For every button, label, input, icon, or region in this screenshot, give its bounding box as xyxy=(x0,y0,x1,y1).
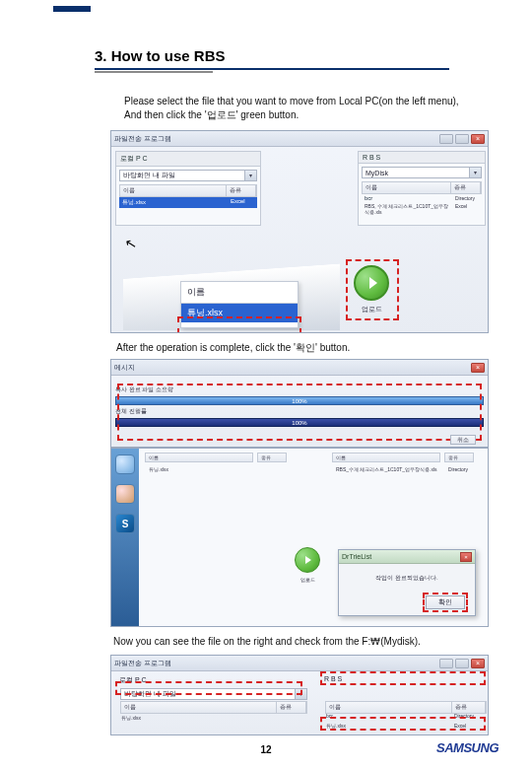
ss4-highlight-right-2 xyxy=(320,717,486,731)
ss1-left-panel-label: 로컬 P C xyxy=(116,152,260,167)
screenshot-4: 파일전송 프로그램 × 로컬 P C 바탕화면 내 파일 ▾ 이름 종류 튜닝.… xyxy=(110,655,489,735)
minimize-button[interactable] xyxy=(439,659,453,668)
zoom-selected-row[interactable]: 튜닝.xlsx xyxy=(181,304,298,322)
ss1-left-list-header: 이름 종류 xyxy=(119,184,257,197)
ss3-col-type-right: 종류 xyxy=(444,453,474,462)
ss1-right-row1[interactable]: bcr Directory xyxy=(362,194,482,202)
cursor-icon: ↖ xyxy=(123,235,138,252)
samsung-logo: SAMSUNG xyxy=(436,740,499,755)
window-buttons: × xyxy=(471,363,485,373)
ss3-col-name-left: 이름 xyxy=(145,453,253,462)
col-type: 종류 xyxy=(227,185,256,196)
ss1-titlebar: 파일전송 프로그램 × xyxy=(111,131,488,147)
window-buttons: × xyxy=(439,134,485,144)
chevron-down-icon[interactable]: ▾ xyxy=(244,171,256,180)
ss1-right-combo-value: MyDisk xyxy=(363,170,469,176)
confirm-dialog: DrTrieList × 작업이 완료되었습니다. 확인 xyxy=(338,549,476,616)
heading-underline xyxy=(95,71,213,73)
ss1-right-panel-label: R B S xyxy=(359,152,485,164)
row-type: Excel xyxy=(452,203,482,215)
upload-button-small[interactable] xyxy=(295,547,320,573)
chevron-down-icon[interactable]: ▾ xyxy=(469,168,481,177)
strip-icon-1 xyxy=(115,454,135,474)
ss2-title: 메시지 xyxy=(114,363,135,373)
upload-button[interactable] xyxy=(354,265,389,301)
top-accent xyxy=(53,6,91,12)
dialog-titlebar: DrTrieList × xyxy=(339,550,475,564)
ss1-left-combo[interactable]: 바탕화면 내 파일 ▾ xyxy=(119,170,257,181)
maximize-button[interactable] xyxy=(455,134,469,144)
ss3-upload-label: 업로드 xyxy=(295,577,320,583)
dialog-message: 작업이 완료되었습니다. xyxy=(343,574,471,583)
row-name: 튜닝.xlsx xyxy=(119,198,228,207)
ss4-highlight-left xyxy=(115,681,302,695)
ss1-zoom-panel: 이름 튜닝.xlsx xyxy=(180,281,299,328)
dialog-close-button[interactable]: × xyxy=(460,552,472,562)
row-type: Directory xyxy=(452,195,482,201)
window-buttons: × xyxy=(439,659,485,668)
ss1-title: 파일전송 프로그램 xyxy=(114,134,171,144)
strip-icon-s: S xyxy=(115,514,135,533)
arrow-right-icon xyxy=(369,277,377,289)
ss3-left-file[interactable]: 튜닝.xlsx xyxy=(149,466,168,472)
zoom-header: 이름 xyxy=(181,282,298,304)
close-button[interactable]: × xyxy=(471,659,485,668)
row-type: Excel xyxy=(228,198,257,207)
ss3-body: 이름 종류 튜닝.xlsx 이름 종류 RBS_수계 체크리스트_1C10T_업… xyxy=(139,449,489,627)
section-heading: 3. How to use RBS xyxy=(95,47,449,70)
col-type: 종류 xyxy=(451,182,481,193)
col-name: 이름 xyxy=(363,182,451,193)
screenshot-3: S 이름 종류 튜닝.xlsx 이름 종류 RBS_수계 체크리스트_1C10T… xyxy=(110,448,489,627)
ss3-right-type: Directory xyxy=(448,466,468,472)
col-name: 이름 xyxy=(120,185,227,196)
ss3-right-file[interactable]: RBS_수계 체크리스트_1C10T_업무장식용.xls xyxy=(336,466,444,472)
upload-label: 업로드 xyxy=(354,305,389,315)
close-button[interactable]: × xyxy=(471,363,485,373)
col-name: 이름 xyxy=(326,702,452,713)
note-final: Now you can see the file on the right an… xyxy=(113,636,421,647)
intro-line2: And then click the '업로드' green button. xyxy=(124,109,299,120)
close-button[interactable]: × xyxy=(471,134,485,144)
ss4-left-list-header: 이름 종류 xyxy=(120,701,307,714)
ss1-right-panel: R B S MyDisk ▾ 이름 종류 bcr Directory RBS, … xyxy=(358,151,486,226)
ss3-left-strip: S xyxy=(111,449,139,627)
ss2-highlight xyxy=(117,384,482,441)
ss1-left-panel: 로컬 P C 바탕화면 내 파일 ▾ 이름 종류 튜닝.xlsx Excel xyxy=(115,151,261,226)
col-type: 종류 xyxy=(277,702,306,713)
strip-icon-2 xyxy=(115,484,135,504)
ss4-titlebar: 파일전송 프로그램 × xyxy=(111,656,488,671)
ss3-col-name-right: 이름 xyxy=(332,453,440,462)
ss1-right-row2[interactable]: RBS, 수계 체크리스트_1C10T_업무장식용.xls Excel xyxy=(362,202,482,216)
col-type: 종류 xyxy=(452,702,486,713)
ss1-right-combo[interactable]: MyDisk ▾ xyxy=(362,167,482,178)
ss3-col-type-left: 종류 xyxy=(257,453,287,462)
ss1-right-list-header: 이름 종류 xyxy=(362,181,482,194)
minimize-button[interactable] xyxy=(439,134,453,144)
screenshot-2: 메시지 × 복사 완료 파일 소요량 100% 전체 진행률 100% 취소 xyxy=(110,359,489,448)
col-name: 이름 xyxy=(121,702,277,713)
arrow-right-icon xyxy=(305,556,311,564)
row-name: bcr xyxy=(362,195,452,201)
intro-line1: Please select the file that you want to … xyxy=(124,96,459,106)
ss4-highlight-right-1 xyxy=(320,671,486,685)
ss4-left-row[interactable]: 튜닝.xlsx xyxy=(121,715,141,721)
screenshot-1: 파일전송 프로그램 × 로컬 P C 바탕화면 내 파일 ▾ 이름 종류 튜닝.… xyxy=(110,130,489,333)
row-name: RBS, 수계 체크리스트_1C10T_업무장식용.xls xyxy=(362,203,452,215)
intro-text: Please select the file that you want to … xyxy=(124,95,499,121)
ss1-left-row-selected[interactable]: 튜닝.xlsx Excel xyxy=(119,197,257,208)
note-after-operation: After the operation is complete, click t… xyxy=(116,341,350,355)
ss2-titlebar: 메시지 × xyxy=(111,360,488,376)
maximize-button[interactable] xyxy=(455,659,469,668)
ss4-title: 파일전송 프로그램 xyxy=(114,659,171,668)
cancel-button[interactable]: 취소 xyxy=(450,435,476,445)
dialog-title: DrTrieList xyxy=(342,553,371,560)
dialog-ok-highlight xyxy=(423,593,468,612)
ss1-left-combo-value: 바탕화면 내 파일 xyxy=(120,171,244,180)
